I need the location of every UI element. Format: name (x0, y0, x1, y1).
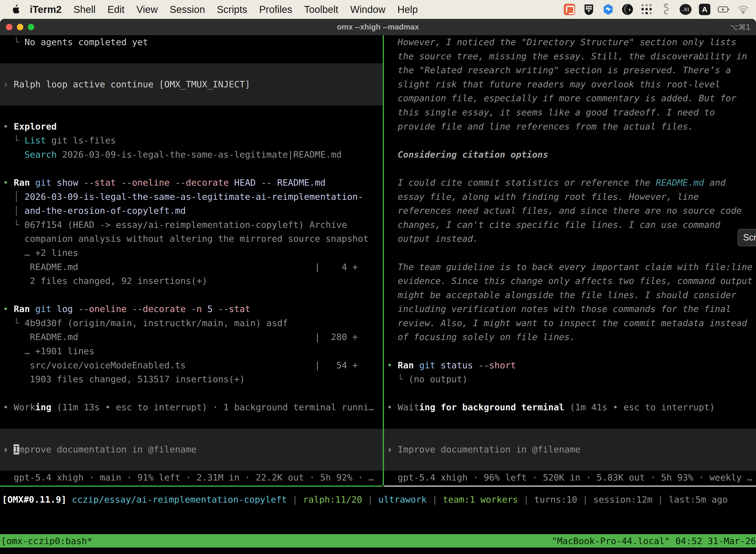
terminal-line: 2 files changed, 92 insertions(+) (0, 274, 383, 288)
prompt-box-line (0, 63, 383, 77)
apple-icon[interactable] (10, 4, 20, 15)
terminal-line: changes, I can't cite specific file line… (384, 218, 756, 232)
chat-bubble-icon[interactable] (564, 3, 575, 15)
terminal-line (0, 414, 383, 429)
menubar: iTerm2ShellEditViewSessionScriptsProfile… (0, 0, 756, 19)
terminal-line: └ No agents completed yet (0, 35, 383, 49)
menu-item-profiles[interactable]: Profiles (253, 4, 298, 15)
screen-overlay-label: Scre (743, 232, 756, 243)
terminal-line: output instead. (384, 232, 756, 246)
terminal-line (384, 246, 756, 260)
terminal-line: • Working (11m 13s • esc to interrupt) ·… (0, 400, 383, 414)
terminal-line (384, 414, 756, 429)
terminal-line: companion file, especially if more comme… (384, 91, 756, 106)
menu-item-view[interactable]: View (130, 4, 164, 15)
wifi-icon[interactable] (737, 3, 749, 15)
terminal-line: this single essay, it seems like a good … (384, 106, 756, 120)
dots-grid-icon[interactable] (641, 3, 653, 15)
terminal-line: │ 2026-03-09-is-legal-the-same-as-legiti… (0, 190, 383, 204)
terminal-line (0, 49, 383, 63)
terminal-line: the "Related research writing" section i… (384, 63, 756, 77)
terminal-line: review. Also, I might want to inspect th… (384, 316, 756, 330)
prompt-box-line (0, 429, 383, 443)
terminal-line: The team guideline is to back every impo… (384, 260, 756, 274)
right-pane[interactable]: However, I noticed the "Directory Struct… (384, 35, 756, 486)
terminal-line (384, 386, 756, 401)
terminal-line: evidence. Since this change only affects… (384, 274, 756, 288)
omx-status-line: [OMX#0.11.9] cczip/essay/ai-reimplementa… (2, 493, 728, 507)
circle-61-badge-icon[interactable]: ..61 (680, 4, 692, 15)
left-pane-separator (0, 486, 383, 487)
tmux-session-label: [omx-cczip0:bash* (1, 536, 92, 546)
terminal-line (0, 386, 383, 401)
terminal-line: └ List git ls-files (0, 133, 383, 148)
iterm-window: omx --xhigh --madmax ⌥⌘1 └ No agents com… (0, 19, 756, 554)
terminal-line: However, I noticed the "Directory Struct… (384, 35, 756, 49)
crescent-moon-icon[interactable] (622, 3, 633, 15)
terminal-line (0, 106, 383, 120)
tmux-host-clock: "MacBook-Pro-44.local" 04:52 31-Mar-26 (552, 536, 756, 546)
terminal-line: … +2 lines (0, 246, 383, 260)
terminal-line: • Explored (0, 120, 383, 134)
letter-a-badge-icon[interactable]: A (699, 4, 710, 15)
terminal-line: 1903 files changed, 513517 insertions(+) (0, 372, 383, 386)
terminal-line (0, 288, 383, 302)
terminal-line: the source tree, missing the essay. Stil… (384, 49, 756, 63)
terminal-line: Search 2026-03-09-is-legal-the-same-as-l… (0, 148, 383, 162)
right-pane-separator (384, 486, 756, 487)
menu-item-session[interactable]: Session (164, 4, 211, 15)
prompt-box-line (0, 91, 383, 106)
terminal-line: slight risk that future readers may over… (384, 77, 756, 92)
terminal-line: └ 067f154 (HEAD -> essay/ai-reimplementa… (0, 218, 383, 232)
prompt-box-line: › Improve documentation in @filename (384, 443, 756, 457)
squiggle-hook-icon[interactable] (660, 3, 672, 15)
menu-item-shell[interactable]: Shell (67, 4, 102, 15)
menu-item-toolbelt[interactable]: Toolbelt (298, 4, 344, 15)
prompt-box-line (0, 457, 383, 471)
terminal-line (384, 162, 756, 176)
terminal-line: └ 4b9d30f (origin/main, instructkr/main,… (0, 316, 383, 330)
terminal-line: companion analysis without altering the … (0, 232, 383, 246)
screen-overlay-button[interactable]: Scre (738, 229, 756, 246)
tmux-status-bar: [omx-cczip0:bash* "MacBook-Pro-44.local"… (0, 534, 756, 548)
terminal-line: including verification notes with those … (384, 302, 756, 316)
hexagon-bolt-icon[interactable] (602, 3, 614, 15)
menubar-status-icons: ..61 A (564, 3, 756, 15)
keypad-shield-icon[interactable] (583, 3, 595, 15)
terminal-line: might be acceptable alongside the file l… (384, 288, 756, 302)
terminal-line: README.md | 4 + (0, 260, 383, 274)
terminal-content[interactable]: └ No agents completed yet› Ralph loop ac… (0, 35, 756, 554)
terminal-line: • Waiting for background terminal (1m 41… (384, 400, 756, 414)
prompt-box-line (384, 429, 756, 443)
terminal-line (0, 162, 383, 176)
terminal-line: src/voice/voiceModeEnabled.ts | 54 + (0, 358, 383, 373)
menu-item-window[interactable]: Window (344, 4, 391, 15)
terminal-line (384, 133, 756, 148)
menu-item-edit[interactable]: Edit (102, 4, 130, 15)
terminal-line: gpt-5.4 xhigh · main · 91% left · 2.31M … (0, 470, 383, 485)
terminal-line: • Ran git show --stat --oneline --decora… (0, 176, 383, 190)
terminal-line: • Ran git log --oneline --decorate -n 5 … (0, 302, 383, 316)
terminal-line: references need actual files, and since … (384, 204, 756, 218)
terminal-line: of focusing solely on file lines. (384, 330, 756, 344)
terminal-line (384, 344, 756, 358)
terminal-line: └ (no output) (384, 372, 756, 386)
terminal-line: • Ran git status --short (384, 358, 756, 373)
prompt-box-line (384, 457, 756, 471)
menu-item-iterm2[interactable]: iTerm2 (24, 4, 67, 15)
menu-item-help[interactable]: Help (391, 4, 424, 15)
terminal-line: README.md | 280 + (0, 330, 383, 344)
terminal-line: … +1901 lines (0, 344, 383, 358)
terminal-line: gpt-5.4 xhigh · 96% left · 520K in · 5.8… (384, 470, 756, 485)
terminal-line: I could cite commit statistics or refere… (384, 176, 756, 190)
menubar-menus: iTerm2ShellEditViewSessionScriptsProfile… (24, 4, 424, 15)
terminal-line: │ and-the-erosion-of-copyleft.md (0, 204, 383, 218)
terminal-line: Considering citation options (384, 148, 756, 162)
window-titlebar[interactable]: omx --xhigh --madmax ⌥⌘1 (0, 19, 756, 35)
left-pane[interactable]: └ No agents completed yet› Ralph loop ac… (0, 35, 383, 486)
menu-item-scripts[interactable]: Scripts (211, 4, 253, 15)
battery-charging-icon[interactable] (718, 3, 730, 15)
window-title: omx --xhigh --madmax (0, 22, 756, 32)
prompt-box-line: › Ralph loop active continue [OMX_TMUX_I… (0, 77, 383, 92)
prompt-box-line: › Improve documentation in @filename (0, 443, 383, 457)
